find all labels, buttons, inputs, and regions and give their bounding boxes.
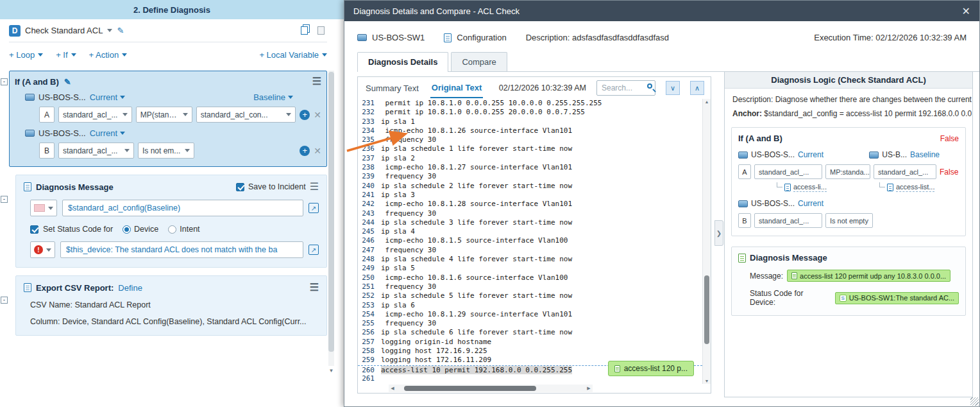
edit-icon[interactable]: ✎ [64,77,71,87]
resize-handle[interactable] [970,397,979,406]
code-line[interactable]: 243 frequency 30 [358,209,702,218]
find-next-button[interactable]: ∨ [666,81,680,95]
remove-condition-icon[interactable]: ✕ [314,146,321,156]
vertical-scrollbar[interactable]: ▲ ▼ [702,99,711,384]
message-value-field[interactable]: $standard_acl_config(Baseline) [62,200,303,216]
add-loop-button[interactable]: + Loop [9,50,43,60]
baseline-dropdown[interactable]: Baseline [253,92,293,102]
scrollbar-thumb[interactable] [704,275,709,344]
variable-select[interactable]: standard_acl_... [58,107,132,123]
code-line[interactable]: 258logging host 172.16.9.225 [358,347,702,356]
collapse-diagnosis-message[interactable]: - [1,196,8,203]
status-severity-dropdown[interactable]: ! [30,241,55,258]
define-link[interactable]: Define [118,283,142,293]
code-line[interactable]: 256ip sla schedule 6 life forever start-… [358,328,702,337]
add-condition-icon[interactable]: + [300,146,310,156]
value-box[interactable]: standard_acl_... [874,164,936,179]
code-line[interactable]: 238 icmp-echo 10.8.1.27 source-interface… [358,163,702,172]
code-line[interactable]: 237ip sla 2 [358,154,702,163]
status-value-field[interactable]: $this_device: The standard ACL does not … [60,241,303,258]
scroll-up-arrow[interactable]: ▲ [703,100,711,104]
code-line[interactable]: 257logging origin-id hostname [358,338,702,347]
operator-select[interactable]: MP(stand... [136,107,192,123]
anchor-match-badge[interactable]: access-list 120 p... [608,361,694,376]
menu-icon[interactable]: ☰ [310,182,319,192]
code-line[interactable]: 233ip sla 1 [358,117,702,126]
code-line[interactable]: 247 frequency 30 [358,246,702,255]
code-line[interactable]: 252ip sla schedule 5 life forever start-… [358,291,702,300]
code-line[interactable]: 245ip sla 4 [358,227,702,236]
code-line[interactable]: 236ip sla schedule 1 life forever start-… [358,144,702,153]
collapse-export-csv[interactable]: - [1,297,8,304]
if-condition-block[interactable]: If (A and B) ✎ ☰ US-BOS-S... Current Bas… [9,71,327,167]
tab-compare[interactable]: Compare [451,52,507,71]
intent-radio-option[interactable]: Intent [168,225,199,234]
code-lines[interactable]: 231 permit ip 10.8.1.0 0.0.0.255 10.0.0.… [358,99,702,384]
code-line[interactable]: 253ip sla 6 [358,301,702,310]
code-line[interactable]: 242 icmp-echo 10.8.1.28 source-interface… [358,200,702,209]
delete-icon[interactable] [317,26,325,35]
matched-file-link[interactable]: access-li... [784,183,827,192]
scroll-left-arrow[interactable]: ◀ [389,386,396,391]
add-local-variable-button[interactable]: + Local Variable [259,50,327,60]
code-line[interactable]: 240ip sla schedule 2 life forever start-… [358,182,702,191]
code-line[interactable]: 235 frequency 30 [358,135,702,144]
data-source-dropdown[interactable]: Current [90,92,125,102]
menu-icon[interactable]: ☰ [310,282,319,293]
code-line[interactable]: 250 icmp-echo 10.8.1.6 source-interface … [358,273,702,282]
set-status-code-checkbox[interactable] [30,225,38,234]
scroll-down-arrow[interactable]: ▼ [703,379,711,383]
edit-icon[interactable]: ✎ [117,26,124,35]
search-input[interactable] [596,80,655,96]
copy-icon[interactable] [301,26,308,35]
original-text-tab[interactable]: Original Text [430,78,484,98]
menu-icon[interactable]: ☰ [312,76,321,87]
scroll-right-arrow[interactable]: ▶ [585,386,593,391]
code-line[interactable]: 254 icmp-echo 10.8.1.29 source-interface… [358,310,702,319]
code-line[interactable]: 248ip sla schedule 4 life forever start-… [358,255,702,264]
code-line[interactable]: 232 permit ip 10.8.1.0 0.0.0.255 20.0.0.… [358,108,702,117]
tab-diagnosis-details[interactable]: Diagnosis Details [357,52,448,72]
find-previous-button[interactable]: ∧ [690,81,704,95]
code-line[interactable]: 246 icmp-echo 10.8.1.5 source-interface … [358,236,702,245]
scrollbar-thumb[interactable] [328,72,334,352]
add-action-button[interactable]: + Action [89,50,128,60]
scrollbar-thumb[interactable] [404,386,536,391]
variable-box[interactable]: standard_acl_... [754,164,822,179]
matched-file-link[interactable]: access-list... [887,183,935,192]
close-icon[interactable]: ✕ [962,5,970,17]
search-icon[interactable] [647,83,652,89]
data-source-label[interactable]: Current [798,199,824,208]
code-line[interactable]: 241ip sla 3 [358,191,702,200]
code-line[interactable]: 244ip sla schedule 3 life forever start-… [358,218,702,227]
export-csv-block[interactable]: Export CSV Report: Define ☰ CSV Name: St… [15,275,327,336]
status-result-badge[interactable]: S US-BOS-SW1:The standard AC... [835,292,959,304]
scroll-down-arrow[interactable]: ▼ [328,368,334,374]
code-line[interactable]: 249ip sla 5 [358,264,702,273]
severity-color-dropdown[interactable] [30,200,57,216]
code-line[interactable]: 231 permit ip 10.8.1.0 0.0.0.255 10.0.0.… [358,99,702,108]
left-panel-scrollbar[interactable]: ▼ [328,71,334,366]
remove-condition-icon[interactable]: ✕ [314,110,321,120]
save-to-incident-checkbox[interactable] [236,183,244,191]
code-line[interactable]: 251 frequency 30 [358,282,702,291]
message-result-badge[interactable]: access-list 120 permit udp any 10.8.3.0 … [787,270,950,282]
summary-text-tab[interactable]: Summary Text [364,79,420,98]
operator-select[interactable]: Is not em... [138,143,194,159]
diagnosis-message-block[interactable]: Diagnosis Message Save to Incident ☰ $st… [15,175,327,268]
device-radio-option[interactable]: Device [122,225,158,234]
chevron-down-icon[interactable] [107,29,112,32]
code-line[interactable]: 234 icmp-echo 10.8.1.26 source-interface… [358,126,702,135]
code-line[interactable]: 255 frequency 30 [358,319,702,328]
collapse-if-block[interactable]: - [1,78,8,85]
operator-box[interactable]: Is not empty [825,213,873,228]
intent-name-dropdown[interactable]: Check Standard ACL [25,26,103,35]
data-source-dropdown[interactable]: Current [90,128,125,138]
value-select[interactable]: standard_acl_con... [196,107,296,123]
open-editor-icon[interactable]: ↗ [308,203,319,213]
add-condition-icon[interactable]: + [300,110,310,120]
sidebar-collapse-handle[interactable]: ❯ [714,220,723,246]
variable-box[interactable]: standard_acl_... [754,213,822,228]
data-source-label[interactable]: Baseline [910,150,940,159]
variable-select[interactable]: standard_acl_... [58,143,134,159]
